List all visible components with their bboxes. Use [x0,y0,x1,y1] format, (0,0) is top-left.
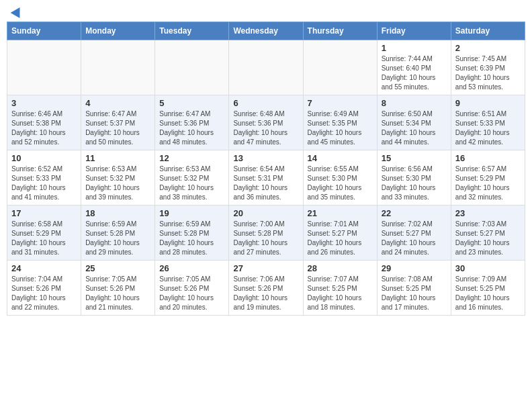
calendar-day-cell: 3Sunrise: 6:46 AMSunset: 5:38 PMDaylight… [7,95,81,150]
day-number: 17 [11,208,77,218]
day-info: Sunrise: 6:49 AMSunset: 5:35 PMDaylight:… [308,109,373,147]
day-number: 22 [382,208,447,218]
day-info: Sunrise: 6:51 AMSunset: 5:33 PMDaylight:… [455,109,521,147]
calendar-day-cell: 5Sunrise: 6:47 AMSunset: 5:36 PMDaylight… [155,95,229,150]
day-number: 5 [159,98,224,108]
day-info: Sunrise: 6:59 AMSunset: 5:28 PMDaylight:… [85,220,150,257]
calendar-day-cell: 28Sunrise: 7:07 AMSunset: 5:25 PMDayligh… [303,261,377,316]
calendar-week-row: 3Sunrise: 6:46 AMSunset: 5:38 PMDaylight… [7,95,525,150]
day-number: 7 [308,98,373,108]
day-info: Sunrise: 6:48 AMSunset: 5:36 PMDaylight:… [233,109,298,147]
calendar-day-cell: 7Sunrise: 6:49 AMSunset: 5:35 PMDaylight… [303,95,377,150]
calendar-day-cell [7,40,81,95]
day-info: Sunrise: 7:03 AMSunset: 5:27 PMDaylight:… [455,220,521,257]
calendar-week-row: 1Sunrise: 7:44 AMSunset: 6:40 PMDaylight… [7,40,525,95]
day-number: 14 [308,153,373,163]
day-number: 6 [233,98,298,108]
calendar-day-cell: 29Sunrise: 7:08 AMSunset: 5:25 PMDayligh… [377,261,451,316]
day-number: 26 [159,263,224,273]
day-number: 19 [159,208,224,218]
calendar-weekday-header: Monday [81,22,155,40]
day-number: 20 [233,208,298,218]
calendar-week-row: 17Sunrise: 6:58 AMSunset: 5:29 PMDayligh… [7,205,525,261]
calendar-day-cell [155,40,229,95]
day-number: 1 [382,43,447,53]
day-number: 16 [455,153,521,163]
day-number: 9 [455,98,521,108]
calendar-weekday-header: Friday [377,22,451,40]
page-header [7,7,525,16]
calendar-day-cell: 19Sunrise: 6:59 AMSunset: 5:28 PMDayligh… [155,205,229,261]
calendar-day-cell: 8Sunrise: 6:50 AMSunset: 5:34 PMDaylight… [377,95,451,150]
calendar-day-cell: 15Sunrise: 6:56 AMSunset: 5:30 PMDayligh… [377,150,451,205]
day-info: Sunrise: 6:46 AMSunset: 5:38 PMDaylight:… [11,109,77,147]
calendar-weekday-header: Tuesday [155,22,229,40]
day-info: Sunrise: 7:04 AMSunset: 5:26 PMDaylight:… [11,275,77,312]
day-number: 29 [382,263,447,273]
day-info: Sunrise: 6:56 AMSunset: 5:30 PMDaylight:… [382,165,447,202]
calendar-day-cell: 11Sunrise: 6:53 AMSunset: 5:32 PMDayligh… [81,150,155,205]
calendar-day-cell: 4Sunrise: 6:47 AMSunset: 5:37 PMDaylight… [81,95,155,150]
calendar-header-row: SundayMondayTuesdayWednesdayThursdayFrid… [7,22,525,40]
day-info: Sunrise: 6:52 AMSunset: 5:33 PMDaylight:… [11,165,77,202]
day-info: Sunrise: 7:44 AMSunset: 6:40 PMDaylight:… [382,54,447,92]
day-number: 30 [455,263,521,273]
calendar-day-cell: 6Sunrise: 6:48 AMSunset: 5:36 PMDaylight… [229,95,303,150]
day-number: 18 [85,208,150,218]
day-number: 21 [308,208,373,218]
calendar-day-cell: 17Sunrise: 6:58 AMSunset: 5:29 PMDayligh… [7,205,81,261]
calendar-day-cell: 27Sunrise: 7:06 AMSunset: 5:26 PMDayligh… [229,261,303,316]
day-number: 8 [382,98,447,108]
day-number: 25 [85,263,150,273]
day-number: 12 [159,153,224,163]
calendar-day-cell [229,40,303,95]
calendar-day-cell: 2Sunrise: 7:45 AMSunset: 6:39 PMDaylight… [451,40,525,95]
day-number: 24 [11,263,77,273]
calendar-day-cell: 30Sunrise: 7:09 AMSunset: 5:25 PMDayligh… [451,261,525,316]
day-info: Sunrise: 6:57 AMSunset: 5:29 PMDaylight:… [455,165,521,202]
calendar-day-cell: 9Sunrise: 6:51 AMSunset: 5:33 PMDaylight… [451,95,525,150]
day-number: 13 [233,153,298,163]
day-info: Sunrise: 6:47 AMSunset: 5:37 PMDaylight:… [85,109,150,147]
day-number: 4 [85,98,150,108]
day-number: 2 [455,43,521,53]
calendar-weekday-header: Sunday [7,22,81,40]
day-info: Sunrise: 6:50 AMSunset: 5:34 PMDaylight:… [382,109,447,147]
calendar-day-cell: 10Sunrise: 6:52 AMSunset: 5:33 PMDayligh… [7,150,81,205]
day-info: Sunrise: 6:55 AMSunset: 5:30 PMDaylight:… [308,165,373,202]
calendar-week-row: 24Sunrise: 7:04 AMSunset: 5:26 PMDayligh… [7,261,525,316]
day-number: 11 [85,153,150,163]
day-info: Sunrise: 7:05 AMSunset: 5:26 PMDaylight:… [159,275,224,312]
day-info: Sunrise: 7:01 AMSunset: 5:27 PMDaylight:… [308,220,373,257]
day-info: Sunrise: 7:05 AMSunset: 5:26 PMDaylight:… [85,275,150,312]
calendar-day-cell: 12Sunrise: 6:53 AMSunset: 5:32 PMDayligh… [155,150,229,205]
day-info: Sunrise: 6:58 AMSunset: 5:29 PMDaylight:… [11,220,77,257]
calendar-day-cell: 14Sunrise: 6:55 AMSunset: 5:30 PMDayligh… [303,150,377,205]
day-info: Sunrise: 7:09 AMSunset: 5:25 PMDaylight:… [455,275,521,312]
day-info: Sunrise: 6:47 AMSunset: 5:36 PMDaylight:… [159,109,224,147]
day-info: Sunrise: 6:53 AMSunset: 5:32 PMDaylight:… [85,165,150,202]
day-info: Sunrise: 7:02 AMSunset: 5:27 PMDaylight:… [382,220,447,257]
day-number: 10 [11,153,77,163]
calendar-day-cell: 25Sunrise: 7:05 AMSunset: 5:26 PMDayligh… [81,261,155,316]
day-info: Sunrise: 7:07 AMSunset: 5:25 PMDaylight:… [308,275,373,312]
day-info: Sunrise: 6:53 AMSunset: 5:32 PMDaylight:… [159,165,224,202]
calendar-weekday-header: Thursday [303,22,377,40]
day-info: Sunrise: 7:08 AMSunset: 5:25 PMDaylight:… [382,275,447,312]
logo [9,7,23,16]
day-info: Sunrise: 6:59 AMSunset: 5:28 PMDaylight:… [159,220,224,257]
calendar-day-cell: 24Sunrise: 7:04 AMSunset: 5:26 PMDayligh… [7,261,81,316]
day-info: Sunrise: 7:00 AMSunset: 5:28 PMDaylight:… [233,220,298,257]
day-info: Sunrise: 6:54 AMSunset: 5:31 PMDaylight:… [233,165,298,202]
day-info: Sunrise: 7:45 AMSunset: 6:39 PMDaylight:… [455,54,521,92]
calendar-day-cell: 23Sunrise: 7:03 AMSunset: 5:27 PMDayligh… [451,205,525,261]
calendar-table: SundayMondayTuesdayWednesdayThursdayFrid… [7,21,525,316]
calendar-week-row: 10Sunrise: 6:52 AMSunset: 5:33 PMDayligh… [7,150,525,205]
calendar-day-cell: 20Sunrise: 7:00 AMSunset: 5:28 PMDayligh… [229,205,303,261]
day-number: 3 [11,98,77,108]
day-number: 15 [382,153,447,163]
day-info: Sunrise: 7:06 AMSunset: 5:26 PMDaylight:… [233,275,298,312]
day-number: 28 [308,263,373,273]
calendar-day-cell: 1Sunrise: 7:44 AMSunset: 6:40 PMDaylight… [377,40,451,95]
calendar-day-cell [303,40,377,95]
